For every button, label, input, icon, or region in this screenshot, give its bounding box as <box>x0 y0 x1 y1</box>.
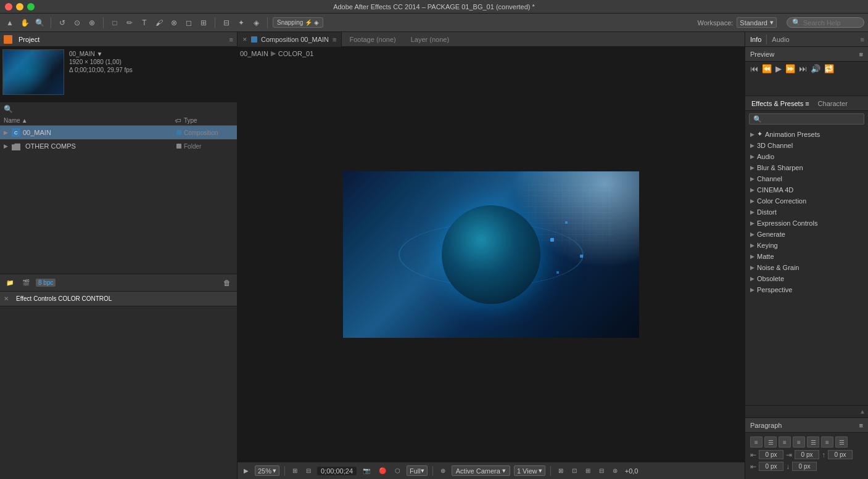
search-input[interactable] <box>803 19 859 27</box>
align-justify-all-btn[interactable]: ☰ <box>807 436 819 448</box>
pen-tool[interactable]: ✏ <box>123 17 136 29</box>
indent-left-input[interactable] <box>759 450 783 459</box>
selection-tool[interactable]: ▲ <box>4 17 16 29</box>
rotate-tool[interactable]: ↺ <box>56 17 68 29</box>
timecode-display[interactable]: 0;00;00;24 <box>317 467 357 475</box>
effects-item-6[interactable]: ▶ Color Correction <box>745 195 868 207</box>
comp-options-3[interactable]: ⊞ <box>583 467 593 475</box>
effect-controls-close[interactable]: ✕ <box>4 295 9 302</box>
prev-loop[interactable]: 🔁 <box>824 64 834 73</box>
resolution-btn[interactable]: ⊞ <box>290 467 300 475</box>
indent-right-input[interactable] <box>795 450 819 459</box>
comp-options-5[interactable]: ⊛ <box>610 467 620 475</box>
effects-search-input[interactable] <box>749 113 864 125</box>
null-tool[interactable]: ✦ <box>235 17 247 29</box>
minimize-button[interactable] <box>16 3 23 10</box>
puppet-tool[interactable]: ⊞ <box>197 17 210 29</box>
camera-dropdown[interactable]: Active Camera ▾ <box>452 465 510 476</box>
prev-play[interactable]: ▶ <box>775 64 782 73</box>
prev-back[interactable]: ⏪ <box>762 64 772 73</box>
character-tab[interactable]: Character <box>814 99 851 108</box>
effects-item-7[interactable]: ▶ Distort <box>745 207 868 218</box>
align-center-btn[interactable]: ☰ <box>764 436 777 448</box>
maximize-button[interactable] <box>27 3 35 10</box>
roi-btn[interactable]: ⊟ <box>304 467 313 475</box>
rect-mask[interactable]: □ <box>109 17 121 29</box>
effects-item-12[interactable]: ▶ Noise & Grain <box>745 262 868 273</box>
right-panel-menu[interactable]: ≡ <box>861 36 868 43</box>
align-left-btn[interactable]: ≡ <box>750 436 763 448</box>
project-tab[interactable]: Project <box>16 35 42 44</box>
effects-item-8[interactable]: ▶ Expression Controls <box>745 218 868 229</box>
effect-controls-tab[interactable]: Effect Controls COLOR CONTROL <box>14 294 114 303</box>
align-justify-btn[interactable]: ≡ <box>793 436 805 448</box>
text-tool[interactable]: T <box>138 17 151 29</box>
effects-item-10[interactable]: ▶ Keying <box>745 240 868 251</box>
project-menu-icon[interactable]: ≡ <box>229 36 233 43</box>
layer-tab[interactable]: Layer (none) <box>403 32 457 47</box>
effects-item-13[interactable]: ▶ Obsolete <box>745 273 868 284</box>
effects-collapse-btn[interactable]: ▲ <box>859 408 866 415</box>
close-button[interactable] <box>5 3 12 10</box>
snapshot-btn[interactable]: 📷 <box>360 467 373 475</box>
view-dropdown[interactable]: 1 View ▾ <box>514 465 545 476</box>
new-folder-btn[interactable]: 📁 <box>4 277 16 289</box>
new-comp-btn[interactable]: 🎬 <box>20 277 32 289</box>
space-after-input[interactable] <box>792 462 817 471</box>
align-justify-right-btn[interactable]: ≡ <box>821 436 833 448</box>
effects-item-11[interactable]: ▶ Matte <box>745 251 868 262</box>
workspace-dropdown[interactable]: Standard ▾ <box>737 17 777 28</box>
eraser-tool[interactable]: ◻ <box>183 17 195 29</box>
align-tool[interactable]: ⊟ <box>220 17 233 29</box>
effects-item-5[interactable]: ▶ CINEMA 4D <box>745 184 868 195</box>
project-item-1[interactable]: ▶ OTHER COMPS Folder <box>0 139 237 153</box>
audio-tab[interactable]: Audio <box>767 32 794 47</box>
comp-options-4[interactable]: ⊟ <box>597 467 606 475</box>
effects-presets-tab[interactable]: Effects & Presets ≡ <box>748 99 813 108</box>
comp-options-1[interactable]: ⊠ <box>556 467 566 475</box>
zoom-tool[interactable]: 🔍 <box>33 17 46 29</box>
fast-preview-btn[interactable]: ⊕ <box>438 467 448 475</box>
show-alpha-btn[interactable]: ⬡ <box>392 467 403 475</box>
effects-item-4[interactable]: ▶ Channel <box>745 173 868 184</box>
breadcrumb-1[interactable]: 00_MAIN <box>240 50 268 57</box>
comp-tab-close[interactable]: ✕ <box>242 36 247 43</box>
breadcrumb-2[interactable]: COLOR_01 <box>278 50 313 57</box>
show-channel-btn[interactable]: 🔴 <box>376 467 389 475</box>
always-preview-btn[interactable]: ▶ <box>241 467 251 475</box>
hand-tool[interactable]: ✋ <box>19 17 31 29</box>
prev-forward[interactable]: ⏩ <box>785 64 795 73</box>
effects-item-1[interactable]: ▶ 3D Channel <box>745 140 868 151</box>
camera-orbit[interactable]: ⊙ <box>71 17 83 29</box>
shape-tool[interactable]: ◈ <box>250 17 262 29</box>
comp-options-2[interactable]: ⊡ <box>569 467 579 475</box>
info-tab[interactable]: Info <box>745 32 766 47</box>
effects-item-14[interactable]: ▶ Perspective <box>745 284 868 295</box>
prev-last[interactable]: ⏭ <box>799 64 807 73</box>
comp-tab-main[interactable]: ✕ Composition 00_MAIN ≡ <box>238 32 342 47</box>
footage-tab[interactable]: Footage (none) <box>342 32 403 47</box>
clone-tool[interactable]: ⊗ <box>168 17 180 29</box>
brush-tool[interactable]: 🖌 <box>153 17 165 29</box>
prev-audio[interactable]: 🔊 <box>811 64 820 73</box>
effects-item-9[interactable]: ▶ Generate <box>745 229 868 240</box>
space-before-input[interactable] <box>828 450 853 459</box>
snapping-button[interactable]: Snapping ⚡ ◈ <box>273 17 323 28</box>
quality-dropdown[interactable]: Full ▾ <box>407 465 428 476</box>
comp-menu-icon[interactable]: ≡ <box>333 36 336 43</box>
align-right-btn[interactable]: ≡ <box>779 436 791 448</box>
pan-behind[interactable]: ⊕ <box>86 17 98 29</box>
effects-menu-icon[interactable]: ≡ <box>805 100 809 107</box>
project-item-0[interactable]: ▶ C 00_MAIN Composition <box>0 126 237 139</box>
indent-first-input[interactable] <box>759 462 783 471</box>
delete-item-btn[interactable]: 🗑 <box>221 277 233 289</box>
effects-item-3[interactable]: ▶ Blur & Sharpen <box>745 162 868 173</box>
para-menu-icon[interactable]: ≡ <box>859 422 863 429</box>
align-justify-center-btn[interactable]: ☰ <box>835 436 848 448</box>
zoom-dropdown[interactable]: 25% ▾ <box>255 465 279 476</box>
search-area[interactable]: 🔍 <box>787 17 864 28</box>
preview-menu-icon[interactable]: ≡ <box>859 51 863 58</box>
prev-first[interactable]: ⏮ <box>750 64 758 73</box>
effects-item-0[interactable]: ▶ ✦ Animation Presets <box>745 128 868 140</box>
effects-item-2[interactable]: ▶ Audio <box>745 151 868 162</box>
